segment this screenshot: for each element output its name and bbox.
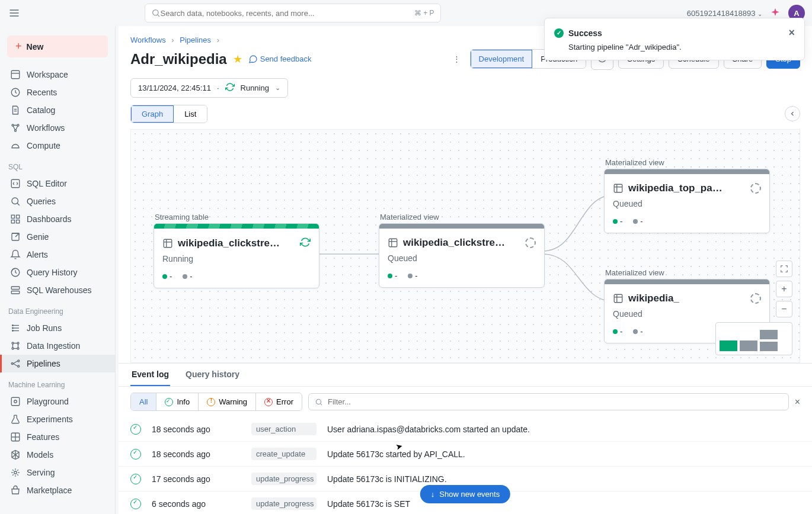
table-icon [613,293,624,304]
svg-line-64 [320,403,322,405]
plus-icon: + [15,40,22,53]
workspace-id[interactable]: 6051921418418893 ⌄ [687,9,762,18]
queued-icon [750,293,761,304]
close-icon[interactable]: × [788,27,795,39]
sidebar-item-features[interactable]: Features [0,428,115,446]
minimap[interactable] [715,322,792,355]
table-icon [613,183,624,194]
sidebar-item-data-ingestion[interactable]: Data Ingestion [0,337,115,355]
event-tag: update_progress [251,473,317,485]
graph-node-streaming-table[interactable]: wikipedia_clickstre… Running - - [154,223,319,288]
development-tab[interactable]: Development [471,50,533,68]
svg-point-40 [18,365,20,367]
hamburger-icon[interactable] [7,6,21,20]
event-row[interactable]: 18 seconds ago create_update Update 5617… [119,442,812,467]
info-icon [165,398,173,406]
filter-warning[interactable]: Warning [199,393,256,410]
sidebar-item-sql-editor[interactable]: SQL Editor [0,175,115,192]
sidebar-item-genie[interactable]: Genie [0,228,115,246]
svg-point-39 [18,360,20,362]
svg-line-15 [17,203,20,205]
event-message: Update 56173c is SET [327,499,800,509]
download-icon: ↓ [431,490,435,499]
sidebar-item-dashboards[interactable]: Dashboards [0,210,115,228]
features-icon [10,432,21,442]
refresh-icon [225,82,235,94]
zoom-in-button[interactable]: + [776,281,792,297]
show-new-events-button[interactable]: ↓ Show new events [420,485,510,503]
sidebar-item-catalog[interactable]: Catalog [0,101,115,119]
svg-rect-18 [11,220,14,223]
collapse-panel-icon[interactable] [785,106,800,121]
sidebar-item-workflows[interactable]: Workflows [0,119,115,137]
sidebar-item-models[interactable]: Models [0,446,115,464]
success-icon [130,424,141,435]
run-status-selector[interactable]: 13/11/2024, 22:45:11 · Running ⌄ [130,78,288,98]
assistant-icon[interactable] [769,7,781,19]
toast-message: Starting pipeline "Adr_wikipedia". [568,43,795,52]
job-runs-icon [10,323,21,333]
new-button[interactable]: + New [7,36,108,57]
event-time: 18 seconds ago [152,449,241,459]
filter-info[interactable]: Info [156,393,199,410]
workspace-icon [10,69,21,80]
toast-success: ✓ Success × Starting pipeline "Adr_wikip… [544,18,805,60]
breadcrumb-workflows[interactable]: Workflows [130,36,166,44]
table-icon [388,237,398,248]
fullscreen-button[interactable] [776,261,792,277]
graph-node-materialized-view-1[interactable]: wikipedia_clickstre… Queued - - [379,223,545,288]
svg-point-30 [12,342,14,344]
event-row[interactable]: 18 seconds ago user_action User adriana.… [119,417,812,442]
svg-point-63 [316,399,321,404]
success-icon [130,474,141,484]
sidebar-item-query-history[interactable]: Query History [0,264,115,281]
pipeline-graph-canvas[interactable]: Streaming table wikipedia_clickstre… Run… [130,129,800,363]
sidebar-item-recents[interactable]: Recents [0,83,115,101]
sidebar-item-pipelines[interactable]: Pipelines [0,355,115,372]
sidebar-item-serving[interactable]: Serving [0,464,115,481]
sidebar-item-sql-warehouses[interactable]: SQL Warehouses [0,281,115,299]
breadcrumb-pipelines[interactable]: Pipelines [180,36,211,44]
close-icon[interactable]: × [795,397,800,407]
svg-rect-54 [389,239,397,247]
marketplace-icon [10,485,21,496]
event-message: Update 56173c started by API_CALL. [327,449,800,459]
send-feedback-link[interactable]: Send feedback [248,54,312,64]
graph-node-materialized-view-2[interactable]: wikipedia_top_pa… Queued - - [604,169,770,233]
search-input[interactable] [161,9,414,18]
sql-warehouses-icon [10,285,21,295]
svg-point-12 [15,130,17,131]
sidebar-item-alerts[interactable]: Alerts [0,246,115,264]
global-search[interactable]: ⌘ + P [145,4,441,23]
tab-query-history[interactable]: Query history [184,364,241,386]
sidebar-item-experiments[interactable]: Experiments [0,410,115,428]
page-title: Adr_wikipedia [130,51,227,68]
event-tag: update_progress [251,497,317,510]
sidebar-item-queries[interactable]: Queries [0,192,115,210]
sidebar-item-playground[interactable]: Playground [0,393,115,410]
sidebar-section-title: Data Engineering [0,299,115,319]
graph-view-button[interactable]: Graph [131,105,174,123]
sidebar-item-workspace[interactable]: Workspace [0,66,115,83]
sidebar-item-compute[interactable]: Compute [0,137,115,155]
svg-point-38 [11,363,13,365]
event-time: 6 seconds ago [152,499,241,509]
warning-icon [207,398,215,406]
filter-input-wrap[interactable] [308,393,789,410]
svg-point-11 [17,124,19,126]
tab-event-log[interactable]: Event log [130,364,170,386]
star-icon[interactable]: ★ [233,53,242,66]
sidebar-item-job-runs[interactable]: Job Runs [0,319,115,337]
workflows-icon [10,123,21,133]
filter-error[interactable]: Error [256,393,302,410]
list-view-button[interactable]: List [174,105,207,123]
filter-all[interactable]: All [131,393,156,410]
sidebar-item-marketplace[interactable]: Marketplace [0,481,115,499]
zoom-out-button[interactable]: − [776,301,792,317]
sidebar-section-title: Machine Learning [0,372,115,393]
filter-input[interactable] [328,397,782,406]
kebab-icon[interactable]: ⋮ [448,52,465,66]
catalog-icon [10,105,21,115]
svg-rect-60 [614,294,622,303]
svg-rect-16 [11,215,14,218]
